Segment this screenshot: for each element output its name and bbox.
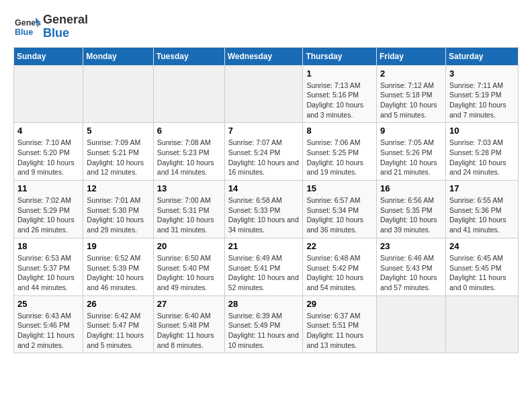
logo-text-blue: Blue — [43, 27, 88, 40]
calendar-cell: 25Sunrise: 6:43 AMSunset: 5:46 PMDayligh… — [14, 295, 83, 353]
cell-day-number: 17 — [449, 183, 515, 193]
calendar-cell: 7Sunrise: 7:07 AMSunset: 5:24 PMDaylight… — [224, 123, 303, 181]
calendar-cell: 1Sunrise: 7:13 AMSunset: 5:16 PMDaylight… — [303, 65, 377, 123]
cell-info-text: Sunrise: 7:07 AMSunset: 5:24 PMDaylight:… — [228, 138, 300, 177]
calendar-cell: 16Sunrise: 6:56 AMSunset: 5:35 PMDayligh… — [376, 181, 445, 238]
day-header-sunday: Sunday — [14, 47, 83, 65]
cell-day-number: 8 — [306, 126, 373, 136]
calendar-cell — [14, 65, 83, 123]
header: General Blue General Blue — [13, 13, 519, 40]
cell-info-text: Sunrise: 6:37 AMSunset: 5:51 PMDaylight:… — [306, 311, 373, 351]
calendar-cell: 27Sunrise: 6:40 AMSunset: 5:48 PMDayligh… — [153, 295, 224, 353]
day-header-friday: Friday — [376, 47, 445, 65]
cell-info-text: Sunrise: 6:49 AMSunset: 5:41 PMDaylight:… — [228, 253, 300, 293]
cell-info-text: Sunrise: 7:01 AMSunset: 5:30 PMDaylight:… — [87, 195, 149, 235]
cell-info-text: Sunrise: 6:53 AMSunset: 5:37 PMDaylight:… — [17, 253, 79, 293]
calendar-week-5: 25Sunrise: 6:43 AMSunset: 5:46 PMDayligh… — [14, 295, 519, 353]
calendar-cell: 6Sunrise: 7:08 AMSunset: 5:23 PMDaylight… — [153, 123, 224, 181]
day-header-wednesday: Wednesday — [224, 47, 303, 65]
cell-day-number: 13 — [157, 183, 221, 193]
cell-info-text: Sunrise: 6:56 AMSunset: 5:35 PMDaylight:… — [380, 195, 442, 235]
cell-day-number: 20 — [157, 241, 221, 251]
logo-icon: General Blue — [13, 15, 40, 38]
calendar-cell: 3Sunrise: 7:11 AMSunset: 5:19 PMDaylight… — [445, 65, 518, 123]
calendar-cell: 15Sunrise: 6:57 AMSunset: 5:34 PMDayligh… — [303, 181, 377, 238]
day-header-thursday: Thursday — [303, 47, 377, 65]
cell-day-number: 6 — [157, 126, 221, 136]
cell-day-number: 4 — [17, 126, 79, 136]
calendar-cell: 19Sunrise: 6:52 AMSunset: 5:39 PMDayligh… — [83, 238, 153, 295]
calendar-cell: 28Sunrise: 6:39 AMSunset: 5:49 PMDayligh… — [224, 295, 303, 353]
cell-day-number: 19 — [87, 241, 149, 251]
calendar-cell: 29Sunrise: 6:37 AMSunset: 5:51 PMDayligh… — [303, 295, 377, 353]
calendar-cell: 4Sunrise: 7:10 AMSunset: 5:20 PMDaylight… — [14, 123, 83, 181]
cell-info-text: Sunrise: 6:55 AMSunset: 5:36 PMDaylight:… — [449, 195, 515, 235]
cell-day-number: 2 — [380, 68, 442, 79]
cell-day-number: 24 — [449, 241, 515, 251]
cell-day-number: 10 — [449, 126, 515, 136]
cell-info-text: Sunrise: 7:10 AMSunset: 5:20 PMDaylight:… — [17, 138, 79, 177]
logo: General Blue General Blue — [13, 13, 88, 40]
calendar-cell: 8Sunrise: 7:06 AMSunset: 5:25 PMDaylight… — [303, 123, 377, 181]
cell-day-number: 1 — [306, 68, 373, 79]
cell-day-number: 9 — [380, 126, 442, 136]
cell-day-number: 28 — [228, 299, 300, 309]
cell-day-number: 21 — [228, 241, 300, 251]
calendar-cell — [83, 65, 153, 123]
cell-day-number: 23 — [380, 241, 442, 251]
cell-day-number: 5 — [87, 126, 149, 136]
cell-info-text: Sunrise: 6:50 AMSunset: 5:40 PMDaylight:… — [157, 253, 221, 293]
cell-info-text: Sunrise: 6:48 AMSunset: 5:42 PMDaylight:… — [306, 253, 373, 293]
day-header-saturday: Saturday — [445, 47, 518, 65]
cell-info-text: Sunrise: 6:43 AMSunset: 5:46 PMDaylight:… — [17, 311, 79, 351]
cell-day-number: 15 — [306, 183, 373, 193]
cell-info-text: Sunrise: 6:40 AMSunset: 5:48 PMDaylight:… — [157, 311, 221, 351]
cell-info-text: Sunrise: 6:42 AMSunset: 5:47 PMDaylight:… — [87, 311, 149, 351]
calendar-cell — [224, 65, 303, 123]
calendar-cell — [376, 295, 445, 353]
cell-day-number: 12 — [87, 183, 149, 193]
calendar-cell: 14Sunrise: 6:58 AMSunset: 5:33 PMDayligh… — [224, 181, 303, 238]
cell-info-text: Sunrise: 6:57 AMSunset: 5:34 PMDaylight:… — [306, 195, 373, 235]
calendar-week-1: 1Sunrise: 7:13 AMSunset: 5:16 PMDaylight… — [14, 65, 519, 123]
cell-day-number: 14 — [228, 183, 300, 193]
cell-day-number: 27 — [157, 299, 221, 309]
cell-day-number: 18 — [17, 241, 79, 251]
cell-info-text: Sunrise: 7:09 AMSunset: 5:21 PMDaylight:… — [87, 138, 149, 177]
calendar-cell: 17Sunrise: 6:55 AMSunset: 5:36 PMDayligh… — [445, 181, 518, 238]
calendar-cell: 24Sunrise: 6:45 AMSunset: 5:45 PMDayligh… — [445, 238, 518, 295]
calendar-week-3: 11Sunrise: 7:02 AMSunset: 5:29 PMDayligh… — [14, 181, 519, 238]
calendar-cell: 23Sunrise: 6:46 AMSunset: 5:43 PMDayligh… — [376, 238, 445, 295]
calendar-cell: 10Sunrise: 7:03 AMSunset: 5:28 PMDayligh… — [445, 123, 518, 181]
cell-day-number: 22 — [306, 241, 373, 251]
cell-info-text: Sunrise: 7:02 AMSunset: 5:29 PMDaylight:… — [17, 195, 79, 235]
cell-info-text: Sunrise: 6:52 AMSunset: 5:39 PMDaylight:… — [87, 253, 149, 293]
calendar-cell: 20Sunrise: 6:50 AMSunset: 5:40 PMDayligh… — [153, 238, 224, 295]
cell-info-text: Sunrise: 7:00 AMSunset: 5:31 PMDaylight:… — [157, 195, 221, 235]
cell-day-number: 29 — [306, 299, 373, 309]
cell-info-text: Sunrise: 6:58 AMSunset: 5:33 PMDaylight:… — [228, 195, 300, 235]
cell-info-text: Sunrise: 7:06 AMSunset: 5:25 PMDaylight:… — [306, 138, 373, 177]
calendar-cell: 5Sunrise: 7:09 AMSunset: 5:21 PMDaylight… — [83, 123, 153, 181]
cell-day-number: 25 — [17, 299, 79, 309]
cell-day-number: 7 — [228, 126, 300, 136]
calendar-cell: 2Sunrise: 7:12 AMSunset: 5:18 PMDaylight… — [376, 65, 445, 123]
cell-info-text: Sunrise: 7:03 AMSunset: 5:28 PMDaylight:… — [449, 138, 515, 177]
cell-info-text: Sunrise: 7:11 AMSunset: 5:19 PMDaylight:… — [449, 81, 515, 120]
cell-info-text: Sunrise: 7:05 AMSunset: 5:26 PMDaylight:… — [380, 138, 442, 177]
day-header-monday: Monday — [83, 47, 153, 65]
cell-info-text: Sunrise: 7:12 AMSunset: 5:18 PMDaylight:… — [380, 81, 442, 120]
calendar-cell — [153, 65, 224, 123]
calendar-cell: 9Sunrise: 7:05 AMSunset: 5:26 PMDaylight… — [376, 123, 445, 181]
calendar-header-row: SundayMondayTuesdayWednesdayThursdayFrid… — [14, 47, 519, 65]
calendar-cell: 26Sunrise: 6:42 AMSunset: 5:47 PMDayligh… — [83, 295, 153, 353]
cell-day-number: 16 — [380, 183, 442, 193]
cell-day-number: 3 — [449, 68, 515, 79]
calendar-cell: 18Sunrise: 6:53 AMSunset: 5:37 PMDayligh… — [14, 238, 83, 295]
cell-info-text: Sunrise: 6:39 AMSunset: 5:49 PMDaylight:… — [228, 311, 300, 351]
cell-day-number: 11 — [17, 183, 79, 193]
calendar-cell — [445, 295, 518, 353]
cell-info-text: Sunrise: 6:45 AMSunset: 5:45 PMDaylight:… — [449, 253, 515, 293]
calendar-cell: 11Sunrise: 7:02 AMSunset: 5:29 PMDayligh… — [14, 181, 83, 238]
cell-info-text: Sunrise: 7:13 AMSunset: 5:16 PMDaylight:… — [306, 81, 373, 120]
